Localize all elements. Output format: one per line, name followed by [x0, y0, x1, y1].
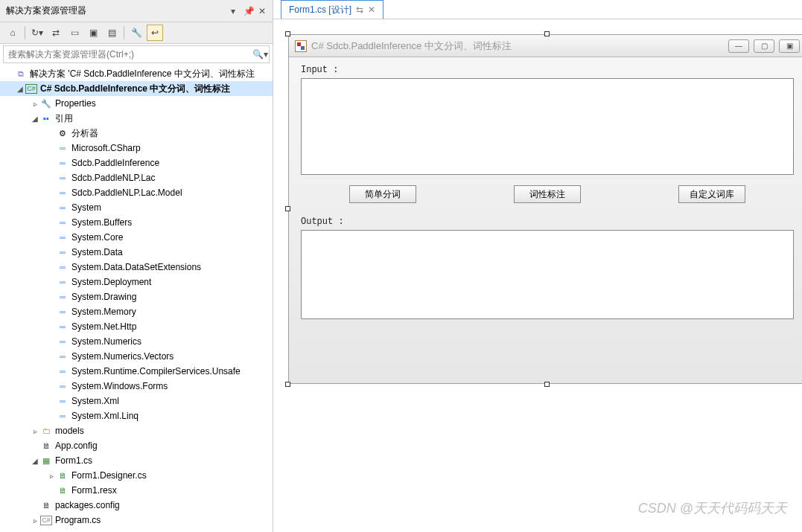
file-form1[interactable]: ◢ ▦ Form1.cs — [0, 453, 273, 468]
resize-handle[interactable] — [544, 31, 550, 36]
file-app-config[interactable]: ▸ 🗎 App.config — [0, 438, 273, 453]
expander-icon[interactable]: ▹ — [30, 516, 40, 525]
watermark: CSDN @天天代码码天天 — [638, 499, 787, 517]
reference-label: System.Runtime.CompilerServices.Unsafe — [71, 366, 241, 376]
reference-icon: ▫▫ — [57, 291, 69, 303]
reference-item[interactable]: ▸▫▫System.Runtime.CompilerServices.Unsaf… — [0, 364, 273, 379]
resize-handle[interactable] — [285, 31, 290, 36]
preview-icon[interactable]: ↩ — [147, 25, 163, 41]
resize-handle[interactable] — [285, 382, 290, 387]
reference-item[interactable]: ▸▫▫System.Deployment — [0, 275, 273, 289]
properties-icon[interactable]: ▤ — [104, 25, 120, 41]
close-icon[interactable]: ✕ — [258, 6, 267, 16]
file-form1-resx[interactable]: ▸ 🗎 Form1.resx — [0, 483, 273, 498]
output-textbox[interactable] — [301, 230, 794, 319]
analyzer-node[interactable]: ▸ ⚙ 分析器 — [0, 126, 273, 141]
reference-label: System.Numerics — [71, 336, 141, 347]
reference-item[interactable]: ▸▫▫System.Core — [0, 230, 273, 245]
reference-item[interactable]: ▸▫▫Sdcb.PaddleInference — [0, 156, 273, 170]
close-button[interactable]: ▣ — [779, 39, 800, 53]
solution-node[interactable]: ▸ ⧉ 解决方案 'C# Sdcb.PaddleInference 中文分词、词… — [0, 66, 273, 81]
expander-icon[interactable]: ◢ — [15, 85, 25, 93]
designer-canvas[interactable]: C# Sdcb.PaddleInference 中文分词、词性标注 — ▢ ▣ … — [273, 19, 802, 532]
config-icon: 🗎 — [40, 499, 52, 511]
expander-icon[interactable]: ▹ — [30, 427, 40, 435]
reference-label: System.Windows.Forms — [71, 381, 168, 391]
document-tabs: Form1.cs [设计] ⇆ ✕ — [273, 0, 802, 19]
file-form1-designer[interactable]: ▹ 🗎 Form1.Designer.cs — [0, 468, 273, 483]
input-textbox[interactable] — [301, 78, 794, 175]
wrench-icon: 🔧 — [40, 97, 52, 109]
references-node[interactable]: ◢ ▪▪ 引用 — [0, 111, 273, 126]
resize-handle[interactable] — [285, 206, 290, 211]
analyzer-icon: ⚙ — [57, 127, 69, 139]
csharp-file-icon: 🗎 — [57, 469, 69, 481]
reference-item[interactable]: ▸▫▫System.Numerics — [0, 334, 273, 349]
resize-handle[interactable] — [544, 382, 550, 387]
expander-icon[interactable]: ◢ — [30, 115, 40, 123]
btn-simple-segment[interactable]: 简单分词 — [349, 185, 416, 203]
project-node[interactable]: ◢ C# C# Sdcb.PaddleInference 中文分词、词性标注 — [0, 81, 273, 96]
expander-icon[interactable]: ◢ — [30, 457, 40, 465]
reference-item[interactable]: ▸▫▫System.Windows.Forms — [0, 379, 273, 394]
reference-label: System.Deployment — [71, 277, 151, 287]
refresh-icon[interactable]: ↻▾ — [29, 25, 45, 41]
reference-icon: ▫▫ — [57, 217, 69, 228]
reference-item[interactable]: ▸▫▫Sdcb.PaddleNLP.Lac.Model — [0, 185, 273, 200]
btn-custom-dict[interactable]: 自定义词库 — [678, 185, 745, 203]
reference-icon: ▫▫ — [57, 172, 69, 184]
reference-icon: ▫▫ — [57, 395, 69, 407]
properties-node[interactable]: ▹ 🔧 Properties — [0, 96, 273, 111]
reference-label: Microsoft.CSharp — [71, 143, 141, 153]
search-input[interactable] — [4, 46, 251, 63]
file-packages-config[interactable]: ▸ 🗎 packages.config — [0, 498, 273, 513]
references-icon: ▪▪ — [40, 112, 52, 124]
file-program-cs[interactable]: ▹ C# Program.cs — [0, 513, 273, 528]
tab-form1-design[interactable]: Form1.cs [设计] ⇆ ✕ — [281, 0, 384, 19]
maximize-button[interactable]: ▢ — [754, 39, 774, 53]
pin-icon[interactable]: ⇆ — [356, 4, 363, 15]
reference-item[interactable]: ▸▫▫System.Numerics.Vectors — [0, 349, 273, 364]
form-icon: ▦ — [40, 455, 52, 467]
wrench-icon[interactable]: 🔧 — [128, 25, 144, 41]
reference-icon: ▫▫ — [57, 410, 69, 422]
expander-icon[interactable]: ▹ — [46, 472, 57, 480]
reference-label: Sdcb.PaddleInference — [71, 158, 159, 168]
reference-item[interactable]: ▸▫▫System.Xml — [0, 394, 273, 408]
expander-icon[interactable]: ▹ — [30, 100, 40, 108]
reference-label: System.Drawing — [71, 292, 136, 302]
sync-icon[interactable]: ⇄ — [48, 25, 64, 41]
reference-label: Sdcb.PaddleNLP.Lac — [71, 173, 156, 183]
search-icon[interactable]: 🔍▾ — [251, 49, 269, 60]
reference-item[interactable]: ▸▫▫System.Net.Http — [0, 319, 273, 334]
reference-item[interactable]: ▸▫▫System.Buffers — [0, 215, 273, 230]
panel-title-bar[interactable]: 解决方案资源管理器 ▾ 📌 ✕ — [0, 0, 273, 22]
btn-pos-tagging[interactable]: 词性标注 — [514, 185, 581, 203]
collapse-all-icon[interactable]: ▣ — [85, 25, 101, 41]
reference-icon: ▫▫ — [57, 276, 69, 288]
folder-models[interactable]: ▹ 🗀 models — [0, 423, 273, 438]
reference-item[interactable]: ▸▫▫System.Drawing — [0, 289, 273, 304]
reference-label: System.Xml — [71, 396, 119, 406]
reference-item[interactable]: ▸▫▫System — [0, 200, 273, 215]
dropdown-icon[interactable]: ▾ — [229, 6, 238, 16]
output-label: Output : — [301, 217, 794, 227]
reference-item[interactable]: ▸▫▫System.Data.DataSetExtensions — [0, 260, 273, 275]
search-box[interactable]: 🔍▾ — [3, 45, 270, 63]
reference-item[interactable]: ▸▫▫Microsoft.CSharp — [0, 141, 273, 156]
close-icon[interactable]: ✕ — [368, 4, 375, 15]
reference-item[interactable]: ▸▫▫System.Xml.Linq — [0, 408, 273, 423]
reference-item[interactable]: ▸▫▫Sdcb.PaddleNLP.Lac — [0, 170, 273, 185]
reference-item[interactable]: ▸▫▫System.Data — [0, 245, 273, 260]
show-all-files-icon[interactable]: ▭ — [66, 25, 83, 41]
reference-item[interactable]: ▸▫▫System.Memory — [0, 304, 273, 319]
form-selection[interactable]: C# Sdcb.PaddleInference 中文分词、词性标注 — ▢ ▣ … — [288, 34, 802, 384]
reference-icon: ▫▫ — [57, 365, 69, 377]
solution-tree[interactable]: ▸ ⧉ 解决方案 'C# Sdcb.PaddleInference 中文分词、词… — [0, 65, 273, 532]
home-icon[interactable]: ⌂ — [4, 25, 21, 41]
form-title-bar[interactable]: C# Sdcb.PaddleInference 中文分词、词性标注 — ▢ ▣ — [289, 35, 802, 57]
panel-toolbar: ⌂ ↻▾ ⇄ ▭ ▣ ▤ 🔧 ↩ — [0, 22, 273, 44]
solution-explorer-panel: 解决方案资源管理器 ▾ 📌 ✕ ⌂ ↻▾ ⇄ ▭ ▣ ▤ 🔧 ↩ 🔍▾ ▸ — [0, 0, 273, 532]
pin-icon[interactable]: 📌 — [244, 6, 252, 16]
minimize-button[interactable]: — — [728, 39, 749, 53]
